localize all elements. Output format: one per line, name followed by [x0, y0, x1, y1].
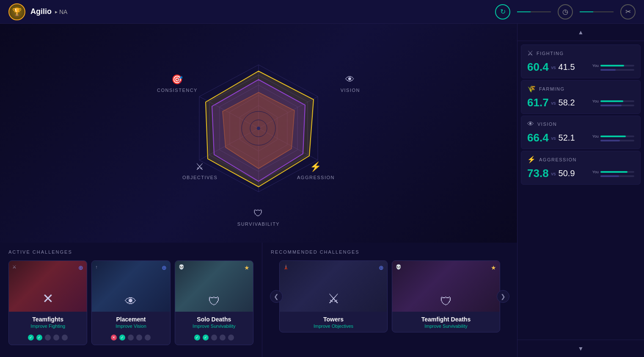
carousel-prev-button[interactable]: ❮ — [270, 290, 283, 303]
stat-name-farming: FARMING — [539, 86, 565, 91]
bar-track-you-aggression — [600, 171, 634, 173]
bar-row-opp-farming — [590, 105, 634, 106]
bar-fill-opp-farming — [600, 105, 622, 106]
card-type-icon-towers: 🗼 — [283, 264, 289, 270]
stat-main-score-aggression: 73.8 — [527, 167, 549, 180]
bar-fill-opp-fighting — [600, 69, 616, 71]
card-dots-placement: ✕ ✓ — [92, 332, 170, 345]
card-main-icon-solo-deaths: 🛡 — [208, 294, 220, 308]
bar-row-you-farming: You — [590, 99, 634, 103]
stat-header-aggression: ⚡ AGGRESSION — [527, 155, 634, 163]
stat-vs-vision: vs — [551, 136, 556, 141]
carousel-next-button[interactable]: ❯ — [497, 290, 509, 303]
panel-up-button[interactable]: ▲ — [573, 27, 589, 37]
header-connector — [517, 11, 551, 12]
card-image-teamfight-deaths: 💀 ★ 🛡 — [392, 261, 500, 312]
card-badge-placement: ⊕ — [162, 264, 167, 271]
card-info-towers: Towers Improve Objectives — [280, 312, 387, 332]
bar-label-you-vision: You — [590, 134, 599, 138]
region-arrow: ▸ — [55, 9, 58, 15]
card-type-icon-teamfights: ⚔ — [12, 264, 17, 270]
dot-2: ✓ — [119, 335, 125, 340]
main-layout: 🎯 CONSISTENCY 👁 VISION ⚔ OBJECTIVES ⚡ AG… — [0, 24, 644, 357]
card-info-placement: Placement Improve Vision — [92, 312, 170, 332]
svg-point-13 — [257, 127, 260, 130]
bar-track-you-farming — [600, 100, 634, 102]
card-badge-teamfights: ⊕ — [78, 264, 83, 271]
card-type-icon-solo-deaths: 💀 — [179, 264, 184, 270]
card-main-icon-placement: 👁 — [125, 294, 137, 308]
bar-track-you-fighting — [600, 65, 634, 66]
dot-1: ✓ — [194, 335, 200, 340]
card-title-teamfight-deaths: Teamfight Deaths — [396, 316, 495, 323]
avatar: 🏆 — [8, 3, 25, 20]
radar-area: 🎯 CONSISTENCY 👁 VISION ⚔ OBJECTIVES ⚡ AG… — [0, 24, 517, 243]
stat-card-aggression: ⚡ AGGRESSION 73.8 vs 50.9 You — [521, 151, 641, 185]
stat-main-score-fighting: 60.4 — [527, 61, 549, 74]
stat-name-fighting: FIGHTING — [537, 51, 564, 56]
card-title-placement: Placement — [96, 316, 165, 323]
fighting-icon: ⚔ — [527, 49, 533, 57]
recommended-cards-area: ❮ 🗼 ⊕ ⚔ Towers Improve Objectives — [271, 260, 509, 332]
region: NA — [59, 8, 67, 15]
recommended-challenges: RECOMMENDED CHALLENGES ❮ 🗼 ⊕ ⚔ T — [262, 243, 517, 357]
card-subtitle-placement: Improve Vision — [96, 324, 165, 329]
bar-track-opp-farming — [600, 105, 634, 106]
panel-nav-bottom: ▼ — [517, 340, 644, 357]
bar-row-opp-fighting — [590, 69, 634, 71]
panel-nav-top: ▲ — [517, 24, 644, 41]
stat-opp-score-farming: 58.2 — [559, 98, 575, 108]
stat-card-farming: 🌾 FARMING 61.7 vs 58.2 You — [521, 80, 641, 114]
dot-4 — [136, 335, 142, 340]
card-badge-teamfight-deaths: ★ — [491, 264, 496, 271]
stat-scores-fighting: 60.4 vs 41.5 You — [527, 61, 634, 74]
bar-fill-opp-vision — [600, 140, 620, 141]
stat-opp-score-aggression: 50.9 — [559, 169, 575, 178]
stat-bars-farming: You — [590, 99, 634, 106]
card-image-teamfights: ⚔ ⊕ ✕ — [9, 261, 87, 312]
vision-stat-icon: 👁 — [527, 120, 534, 128]
stat-vs-fighting: vs — [551, 65, 556, 70]
username: Agilio — [30, 7, 52, 16]
dot-3 — [128, 335, 134, 340]
history-button[interactable]: ◷ — [558, 4, 573, 19]
bar-row-you-fighting: You — [590, 64, 634, 68]
card-title-solo-deaths: Solo Deaths — [179, 316, 249, 323]
card-image-placement: ↑ ⊕ 👁 — [92, 261, 170, 312]
challenge-card-teamfights[interactable]: ⚔ ⊕ ✕ Teamfights Improve Fighting ✓ ✓ — [8, 260, 87, 345]
header-connector-2 — [580, 11, 614, 12]
active-challenges: ACTIVE CHALLENGES ⚔ ⊕ ✕ Teamfights Impro… — [0, 243, 262, 357]
header: 🏆 Agilio ▸ NA ↻ ◷ ✂ — [0, 0, 644, 24]
dot-1: ✕ — [111, 335, 117, 340]
challenge-card-teamfight-deaths[interactable]: 💀 ★ 🛡 Teamfight Deaths Improve Survivabi… — [392, 260, 500, 332]
stat-name-vision: VISION — [537, 122, 557, 127]
settings-button[interactable]: ✂ — [620, 4, 636, 19]
stat-header-vision: 👁 VISION — [527, 120, 634, 128]
center-area: 🎯 CONSISTENCY 👁 VISION ⚔ OBJECTIVES ⚡ AG… — [0, 24, 517, 357]
card-dots-solo-deaths: ✓ ✓ — [175, 332, 253, 345]
bar-label-you-aggression: You — [590, 170, 599, 174]
bar-track-opp-fighting — [600, 69, 634, 71]
bar-row-you-aggression: You — [590, 170, 634, 174]
recommended-challenges-title: RECOMMENDED CHALLENGES — [271, 249, 509, 255]
bar-track-you-vision — [600, 136, 634, 137]
dot-3 — [211, 335, 217, 340]
card-title-teamfights: Teamfights — [13, 316, 83, 323]
panel-down-button[interactable]: ▼ — [573, 343, 589, 354]
bar-fill-opp-aggression — [600, 175, 619, 177]
challenge-card-placement[interactable]: ↑ ⊕ 👁 Placement Improve Vision ✕ ✓ — [91, 260, 170, 345]
card-subtitle-teamfight-deaths: Improve Survivability — [396, 324, 495, 329]
refresh-button[interactable]: ↻ — [495, 4, 510, 19]
stat-header-farming: 🌾 FARMING — [527, 85, 634, 93]
challenge-card-solo-deaths[interactable]: 💀 ★ 🛡 Solo Deaths Improve Survivability … — [175, 260, 253, 345]
stat-name-aggression: AGGRESSION — [539, 157, 577, 162]
label-vision: 👁 VISION — [341, 74, 360, 93]
vision-icon: 👁 — [345, 74, 355, 85]
bar-label-you-farming: You — [590, 99, 599, 103]
radar-container: 🎯 CONSISTENCY 👁 VISION ⚔ OBJECTIVES ⚡ AG… — [132, 32, 385, 235]
stat-vs-aggression: vs — [551, 171, 556, 176]
stats-list: ⚔ FIGHTING 60.4 vs 41.5 You — [517, 41, 644, 340]
challenge-card-towers[interactable]: 🗼 ⊕ ⚔ Towers Improve Objectives — [279, 260, 388, 332]
card-main-icon-teamfights: ✕ — [42, 291, 54, 307]
card-image-towers: 🗼 ⊕ ⚔ — [280, 261, 387, 312]
